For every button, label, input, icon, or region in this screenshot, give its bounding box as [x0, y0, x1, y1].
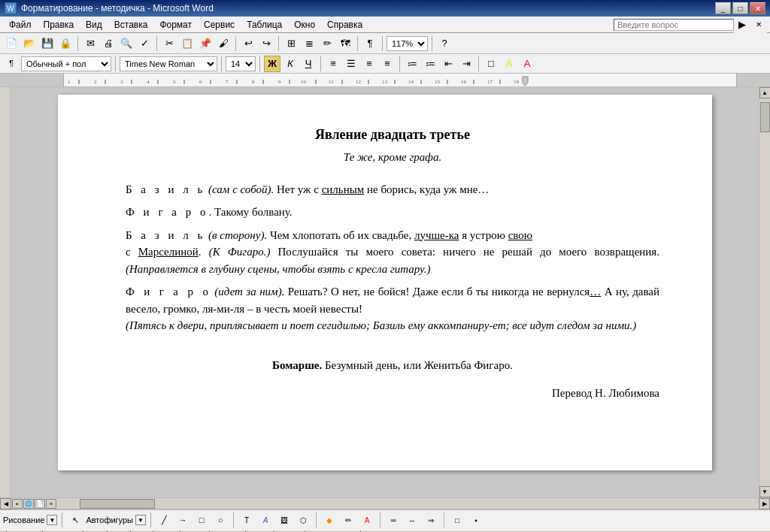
spellcheck-button[interactable]: ✓ — [136, 35, 153, 52]
align-right-button[interactable]: ≡ — [361, 56, 377, 72]
help-button[interactable]: ? — [436, 35, 453, 52]
docmap-button[interactable]: 🗺 — [337, 35, 353, 52]
increase-indent-button[interactable]: ⇥ — [458, 56, 474, 72]
format-copy-button[interactable]: 🖌 — [215, 35, 232, 52]
minimize-button[interactable]: _ — [715, 2, 731, 14]
size-select[interactable]: 14 — [226, 56, 256, 71]
document-area[interactable]: Явление двадцать третье Те же, кроме гра… — [11, 87, 759, 497]
right-scrollbar[interactable]: ▲ ▼ — [759, 87, 770, 497]
dash-style-button[interactable]: -- — [404, 512, 420, 528]
copy-button[interactable]: 📋 — [179, 35, 196, 52]
table-insert-button[interactable]: ⊞ — [283, 35, 299, 52]
menu-service[interactable]: Сервис — [198, 18, 241, 32]
doc-subtitle: Те же, кроме графа. — [126, 149, 659, 166]
wordart-button[interactable]: A — [257, 512, 274, 528]
ellipse-button[interactable]: ○ — [212, 512, 229, 528]
underline-button[interactable]: Ч — [300, 56, 317, 72]
line-style-button[interactable]: ═ — [385, 512, 402, 528]
italic-button[interactable]: К — [282, 56, 299, 72]
scroll-track[interactable] — [759, 98, 770, 292]
paragraph-2: Ф и г а р о. Такому болвану. — [126, 204, 659, 221]
rect-button[interactable]: □ — [193, 512, 210, 528]
align-justify-button[interactable]: ≡ — [379, 56, 396, 72]
menu-view[interactable]: Вид — [80, 18, 108, 32]
outside-border-button[interactable]: □ — [483, 56, 499, 72]
list-num-button[interactable]: ≔ — [404, 56, 420, 72]
outline-view-button[interactable]: ≡ — [46, 499, 56, 509]
highlight-button[interactable]: A — [501, 56, 517, 72]
svg-text:12: 12 — [356, 79, 362, 85]
menu-help[interactable]: Справка — [321, 18, 368, 32]
preview-button[interactable]: 🔍 — [118, 35, 135, 52]
undo-button[interactable]: ↩ — [240, 35, 256, 52]
email-button[interactable]: ✉ — [82, 35, 99, 52]
new-button[interactable]: 📄 — [3, 35, 20, 52]
hscroll-thumb[interactable] — [80, 499, 155, 509]
align-center-button[interactable]: ☰ — [343, 56, 359, 72]
zoom-select[interactable]: 117% — [387, 36, 428, 51]
cut-button[interactable]: ✂ — [161, 35, 177, 52]
font-color-btn2[interactable]: A — [359, 512, 375, 528]
menu-insert[interactable]: Вставка — [108, 18, 154, 32]
drawing-button[interactable]: ✏ — [319, 35, 335, 52]
font-color-button[interactable]: A — [519, 56, 535, 72]
btsep2 — [150, 512, 151, 527]
web-view-button[interactable]: 🌐 — [23, 499, 34, 509]
shadow-button[interactable]: □ — [449, 512, 465, 528]
hscroll-left-button[interactable]: ◀ — [0, 498, 11, 509]
scroll-thumb[interactable] — [760, 102, 770, 132]
menu-file[interactable]: Файл — [3, 18, 38, 32]
show-formatting-button[interactable]: ¶ — [362, 35, 378, 52]
ruler-marks-svg: 1 2 3 4 5 6 7 8 9 10 11 12 13 1 — [64, 74, 736, 86]
help-input[interactable] — [614, 19, 734, 31]
autoshapes-dropdown[interactable]: ▼ — [135, 515, 146, 525]
menu-window[interactable]: Окно — [288, 18, 321, 32]
document-page: Явление двадцать третье Те же, кроме гра… — [58, 95, 712, 470]
redo-button[interactable]: ↪ — [258, 35, 274, 52]
ruler-content: 1 2 3 4 5 6 7 8 9 10 11 12 13 1 — [64, 74, 736, 86]
permission-button[interactable]: 🔒 — [57, 35, 74, 52]
normal-view-button[interactable]: ▪ — [12, 499, 23, 509]
diagram-button[interactable]: ⬡ — [295, 512, 311, 528]
close-button[interactable]: ✕ — [750, 2, 765, 14]
horizontal-scrollbar[interactable]: ◀ ▪ 🌐 📄 ≡ ▶ — [0, 497, 770, 509]
help-close-icon[interactable]: ✕ — [750, 17, 767, 33]
select-button[interactable]: ↖ — [67, 512, 83, 528]
help-arrow-icon[interactable]: ▶ — [734, 17, 750, 33]
hscroll-track[interactable] — [57, 498, 759, 509]
book-title: Безумный день, или Женитьба Фигаро. — [325, 359, 513, 371]
decrease-indent-button[interactable]: ⇤ — [440, 56, 456, 72]
maximize-button[interactable]: □ — [732, 2, 748, 14]
textbox-button[interactable]: T — [238, 512, 255, 528]
font-select[interactable]: Times New Roman — [120, 56, 217, 71]
clipart-button[interactable]: 🖼 — [276, 512, 293, 528]
line-button[interactable]: ╱ — [156, 512, 172, 528]
paste-button[interactable]: 📌 — [197, 35, 214, 52]
list-bullet-button[interactable]: ≔ — [422, 56, 438, 72]
menu-format[interactable]: Формат — [153, 18, 198, 32]
bold-button[interactable]: Ж — [264, 56, 280, 72]
arrow-style-button[interactable]: ⇒ — [423, 512, 439, 528]
drawing-dropdown[interactable]: ▼ — [47, 515, 57, 525]
3d-button[interactable]: ▪ — [468, 512, 484, 528]
main-area: Явление двадцать третье Те же, кроме гра… — [0, 87, 770, 497]
char-name-bazil-1: Б а з и л ь — [126, 183, 205, 195]
print-view-button[interactable]: 📄 — [35, 499, 45, 509]
columns-button[interactable]: ≣ — [301, 35, 317, 52]
ruler-right-margin — [736, 74, 759, 86]
scroll-up-button[interactable]: ▲ — [759, 87, 771, 98]
style-select[interactable]: Обычный + пол — [21, 56, 111, 71]
save-button[interactable]: 💾 — [39, 35, 56, 52]
window-controls[interactable]: _ □ ✕ — [715, 2, 765, 14]
arrow-button[interactable]: → — [174, 512, 191, 528]
menu-table[interactable]: Таблица — [241, 18, 288, 32]
scroll-down-button[interactable]: ▼ — [759, 486, 771, 497]
line-color-button[interactable]: ✏ — [340, 512, 356, 528]
align-left-button[interactable]: ≡ — [325, 56, 341, 72]
menu-edit[interactable]: Правка — [38, 18, 80, 32]
hscroll-right-button[interactable]: ▶ — [759, 498, 770, 509]
open-button[interactable]: 📂 — [21, 35, 38, 52]
print-button[interactable]: 🖨 — [100, 35, 117, 52]
svg-text:9: 9 — [278, 79, 281, 85]
fill-color-button[interactable]: ◆ — [321, 512, 338, 528]
